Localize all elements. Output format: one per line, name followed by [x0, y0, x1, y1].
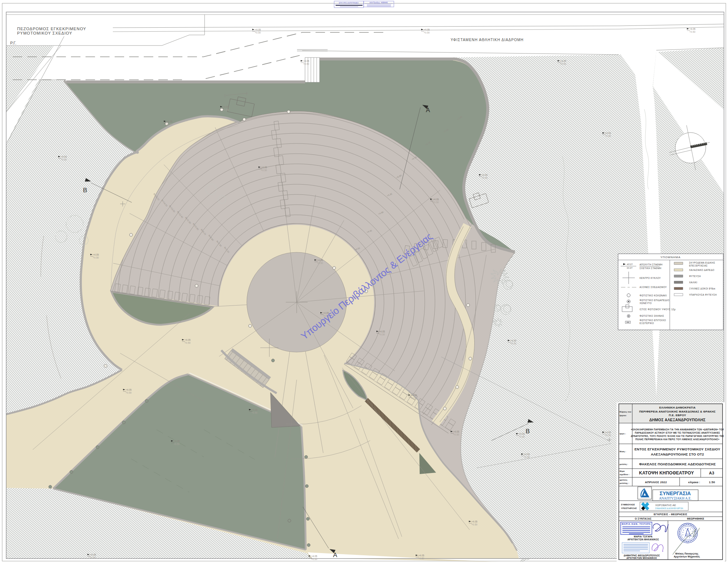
svg-text:+0.50: +0.50 [524, 456, 530, 458]
svg-text:ΚΕΝΤΡΟ ΚΥΚΛΟΥ: ΚΕΝΤΡΟ ΚΥΚΛΟΥ [640, 277, 661, 279]
svg-text:+4.05: +4.05 [166, 120, 173, 123]
svg-text:Ο ΣΥΝΤΑΞΑΣ: Ο ΣΥΝΤΑΞΑΣ [635, 517, 652, 520]
svg-text:+4.05: +4.05 [418, 554, 424, 557]
svg-text:A: A [426, 107, 430, 114]
svg-text:έργου:: έργου: [620, 414, 627, 417]
svg-text:ΧΑΛΙΚΙ: ΧΑΛΙΚΙ [689, 281, 697, 284]
svg-text:ΕΞΩΤΕΡΙΚΟ: ΕΞΩΤΕΡΙΚΟ [640, 322, 654, 324]
svg-text:+4.05: +4.05 [61, 155, 67, 158]
svg-text:ΕΝΤΟΣ ΕΓΚΕΚΡΙΜΕΝΟΥ ΡΥΜΟΤΟΜΙΚΟΥ: ΕΝΤΟΣ ΕΓΚΕΚΡΙΜΕΝΟΥ ΡΥΜΟΤΟΜΙΚΟΥ ΣΧΕΔΙΟΥ [634, 447, 720, 451]
svg-text:+0.50: +0.50 [433, 201, 439, 204]
svg-text:ΚΑΤΟΨΗ ΚΗΠΟΘΕΑΤΡΟΥ: ΚΑΤΟΨΗ ΚΗΠΟΘΕΑΤΡΟΥ [639, 470, 694, 476]
svg-text:+0.50: +0.50 [185, 342, 191, 344]
svg-text:θέμα: θέμα [620, 470, 625, 472]
svg-text:+4.05: +4.05 [453, 430, 459, 433]
svg-text:ΑΛΕΞΑΝΔΡΟΥΠΟΛΗΣ ΣΤΟ ΟΤ2: ΑΛΕΞΑΝΔΡΟΥΠΟΛΗΣ ΣΤΟ ΟΤ2 [651, 452, 704, 456]
svg-text:ΣΧΕΔΙΑΣΜΟΣ & ΔΙΟΙΚΗΣΗ ΕΡΓΩΝ: ΣΧΕΔΙΑΣΜΟΣ & ΔΙΟΙΚΗΣΗ ΕΡΓΩΝ [655, 508, 683, 509]
svg-text:ΧΩΝΕΥΤΟ: ΧΩΝΕΥΤΟ [640, 302, 652, 304]
svg-text:ΦΩΤΙΣΤΙΚΟ ΣΚΗΝΗΣ: ΦΩΤΙΣΤΙΚΟ ΣΚΗΝΗΣ [640, 315, 664, 317]
svg-text:ΦΑΚΕΛΟΣ ΠΟΛΕΟΔΟΜΙΚΗΣ ΑΔΕΙΟΔΟΤΗ: ΦΑΚΕΛΟΣ ΠΟΛΕΟΔΟΜΙΚΗΣ ΑΔΕΙΟΔΟΤΗΣΗΣ [639, 462, 716, 466]
svg-text:+4.05: +4.05 [126, 389, 132, 391]
svg-text:ΕΠΕΞΕΡΓΑΣΙΑΣ: ΕΠΕΞΕΡΓΑΣΙΑΣ [689, 264, 708, 267]
svg-text:+0.50: +0.50 [93, 256, 99, 259]
svg-text:+0.50: +0.50 [255, 31, 261, 34]
svg-text:+4.05: +4.05 [482, 174, 488, 176]
svg-text:μελέτης :: μελέτης : [620, 482, 629, 485]
svg-text:κλίμακα :: κλίμακα : [688, 481, 700, 484]
svg-text:+4.05: +4.05 [411, 394, 417, 397]
svg-text:ΧΑΛΑΖΙΑΚΟ ΔΑΠΕΔΟ: ΧΑΛΑΖΙΑΚΟ ΔΑΠΕΔΟ [689, 269, 714, 271]
svg-text:ΕΓΚΥΡΟ ΑΝΤΙΓΡΑΦΟ: ΕΓΚΥΡΟ ΑΝΤΙΓΡΑΦΟ [339, 2, 359, 4]
svg-text:ΦΩΤΙΣΤΙΚΟ ΚΟΛΩΝΑΚΙ: ΦΩΤΙΣΤΙΚΟ ΚΟΛΩΝΑΚΙ [640, 294, 667, 297]
svg-text:+0.50: +0.50 [605, 434, 611, 437]
svg-text:Αρχιτέκτων Μηχανικός: Αρχιτέκτων Μηχανικός [674, 555, 700, 558]
svg-text:+0.50: +0.50 [126, 391, 132, 394]
svg-text:+4.05: +4.05 [379, 330, 385, 333]
svg-text:ΑΡΧΙΤΕΚΤΩΝ ΜΗΧΑΝΙΚΟΣ: ΑΡΧΙΤΕΚΤΩΝ ΜΗΧΑΝΙΚΟΣ [628, 538, 659, 541]
svg-text:ΙΣΤΟΣ ΦΩΤΙΣΜΟΥ ΥΨΟΥΣ 12μ: ΙΣΤΟΣ ΦΩΤΙΣΜΟΥ ΥΨΟΥΣ 12μ [640, 308, 676, 311]
svg-text:ΣΥΜΒΟΥΛΟΣ: ΣΥΜΒΟΥΛΟΣ [621, 503, 635, 506]
svg-text:+4.05: +4.05 [317, 259, 323, 261]
svg-text:+4.05: +4.05 [424, 28, 430, 31]
svg-text:+0.50: +0.50 [303, 63, 309, 65]
svg-text:+0.50: +0.50 [411, 397, 417, 399]
svg-text:B: B [83, 187, 87, 194]
svg-text:ΑΝΑΠΤΥΞΙΑΚΗ Α.Ε.: ΑΝΑΠΤΥΞΙΑΚΗ Α.Ε. [659, 497, 691, 500]
svg-text:+0.50: +0.50 [317, 262, 323, 264]
svg-text:μελέτη :: μελέτη : [620, 463, 628, 465]
svg-text:ΣΥΝΕΡΓΑΣΙΑ: ΣΥΝΕΡΓΑΣΙΑ [660, 490, 691, 496]
svg-text:+0.50: +0.50 [174, 443, 180, 445]
svg-text:+4.05: +4.05 [223, 106, 229, 108]
svg-text:Ρ.Γ.: Ρ.Γ. [10, 41, 16, 45]
svg-text:+4.05: +4.05 [252, 409, 258, 411]
svg-text:+0.50: +0.50 [90, 556, 96, 559]
svg-text:+4.05: +4.05 [605, 132, 611, 134]
svg-text:ΥΦΙΣΤΑΜΕΝΗ ΑΘΛΗΤΙΚΗ ΔΙΑΔΡΟΜΗ: ΥΦΙΣΤΑΜΕΝΗ ΑΘΛΗΤΙΚΗ ΔΙΑΔΡΟΜΗ [451, 38, 524, 42]
svg-text:A: A [333, 552, 337, 559]
svg-text:+4.05: +4.05 [185, 339, 191, 341]
svg-text:+4.05: +4.05 [524, 453, 530, 455]
svg-text:1:50: 1:50 [709, 481, 715, 484]
svg-text:ΑΠΡΙΛΙΟΣ 2022: ΑΠΡΙΛΙΟΣ 2022 [645, 481, 667, 484]
svg-text:+0.50: +0.50 [605, 135, 611, 137]
svg-text:Α3: Α3 [709, 471, 714, 475]
svg-text:+4.05: +4.05 [261, 166, 267, 169]
svg-text:+4.05: +4.05 [303, 60, 309, 62]
svg-text:ΔΥΝΑΤΟΤΗΤΕΣ, ΤΟΥΣ ΠΟΛΟΥΣ ΈΛΞΗΣ: ΔΥΝΑΤΟΤΗΤΕΣ, ΤΟΥΣ ΠΟΛΟΥΣ ΈΛΞΗΣ ΚΑΙ ΤΙΣ Π… [631, 435, 724, 438]
svg-text:ΑΞΟΝΕΣ ΣΧΕΔΙΑΣΜΟΥ: ΑΞΟΝΕΣ ΣΧΕΔΙΑΣΜΟΥ [640, 286, 667, 288]
svg-text:+0.50: +0.50 [61, 158, 67, 161]
svg-text:ΑΠ.ΣΤ: ΑΠ.ΣΤ [627, 263, 633, 265]
svg-text:ΕΓΚΡΙΣΕΙΣ - ΘΕΩΡΗΣΕΙΣ: ΕΓΚΡΙΣΕΙΣ - ΘΕΩΡΗΣΕΙΣ [654, 513, 688, 516]
svg-text:ΞΥΛΙΝΕΣ ΔΟΚΟΙ 8*8εκ: ΞΥΛΙΝΕΣ ΔΟΚΟΙ 8*8εκ [689, 287, 716, 290]
svg-text:ΧΩΡΟΒΑΤΗΣ ΑΕ: ΧΩΡΟΒΑΤΗΣ ΑΕ [655, 504, 676, 507]
svg-text:Α/Α Πράξης: 468446: Α/Α Πράξης: 468446 [369, 1, 388, 4]
svg-text:+0.50: +0.50 [510, 342, 517, 345]
svg-text:+4.05: +4.05 [255, 28, 261, 31]
svg-text:+0.50: +0.50 [471, 523, 478, 526]
svg-text:χρόνος: χρόνος [620, 478, 628, 481]
svg-text:ΥΠΟΜΝΗΜΑ: ΥΠΟΜΝΗΜΑ [660, 256, 681, 259]
svg-text:+0.50: +0.50 [311, 558, 317, 560]
svg-text:ΑΡΧΙΤΕΚΤΩΝ ΜΗΧΑΝΙΚΟΣ: ΑΡΧΙΤΕΚΤΩΝ ΜΗΧΑΝΙΚΟΣ [626, 557, 657, 559]
svg-text:Π.Ε. ΕΒΡΟΥ: Π.Ε. ΕΒΡΟΥ [669, 414, 686, 417]
svg-text:θέση :: θέση : [620, 450, 626, 453]
svg-text:ΦΥΤΕΥΣΗ: ΦΥΤΕΥΣΗ [689, 275, 701, 277]
svg-text:ΜΑΡΙΑ ΤΣΙΓΑΡΑ: ΜΑΡΙΑ ΤΣΙΓΑΡΑ [634, 535, 653, 538]
svg-text:ΔΗΜΗΤΡΗΣ ΘΕΟΔΩΡΟΠΟΥΛΟΣ: ΔΗΜΗΤΡΗΣ ΘΕΟΔΩΡΟΠΟΥΛΟΣ [624, 554, 660, 557]
svg-text:ΘΕΩΡΗΘΗΚΕ: ΘΕΩΡΗΘΗΚΕ [687, 517, 704, 520]
svg-text:+0.50: +0.50 [252, 411, 258, 414]
svg-text:+0.50: +0.50 [482, 177, 488, 179]
svg-text:ΥΠΑΡΧΟΥΣΑ ΦΥΤΕΥΣΗ: ΥΠΑΡΧΟΥΣΑ ΦΥΤΕΥΣΗ [689, 293, 717, 296]
svg-text:+4.05: +4.05 [311, 555, 317, 557]
svg-text:ΦΩΤΙΣΤΙΚΟ ΕΠΙΔΑΠΕΔΙΟ: ΦΩΤΙΣΤΙΚΟ ΕΠΙΔΑΠΕΔΙΟ [640, 299, 669, 301]
svg-text:+0.50: +0.50 [689, 31, 696, 33]
svg-text:+0.50: +0.50 [223, 109, 229, 111]
svg-text:ΠΕΖΟΔΡΟΜΟΣ ΕΓΚΕΚΡΙΜΕΝΟΥ: ΠΕΖΟΔΡΟΜΟΣ ΕΓΚΕΚΡΙΜΕΝΟΥ [17, 27, 86, 31]
svg-text:+4.05: +4.05 [90, 553, 96, 556]
svg-text:έργο :: έργο : [620, 432, 626, 435]
svg-text:+4.05: +4.05 [510, 339, 517, 342]
svg-text:ΔΗΜΟΣ ΑΛΕΞΑΝΔΡΟΥΠΟΛΗΣ: ΔΗΜΟΣ ΑΛΕΞΑΝΔΡΟΥΠΟΛΗΣ [649, 418, 705, 422]
svg-text:ΥΠΟΣΤΗΡΙΞΗΣ: ΥΠΟΣΤΗΡΙΞΗΣ [621, 507, 637, 509]
svg-text:ΜΑΡΙΑ ΚΩΝ. ΤΣΙΓΑΡΑ: ΜΑΡΙΑ ΚΩΝ. ΤΣΙΓΑΡΑ [622, 523, 651, 525]
svg-text:+4.05: +4.05 [174, 440, 180, 442]
